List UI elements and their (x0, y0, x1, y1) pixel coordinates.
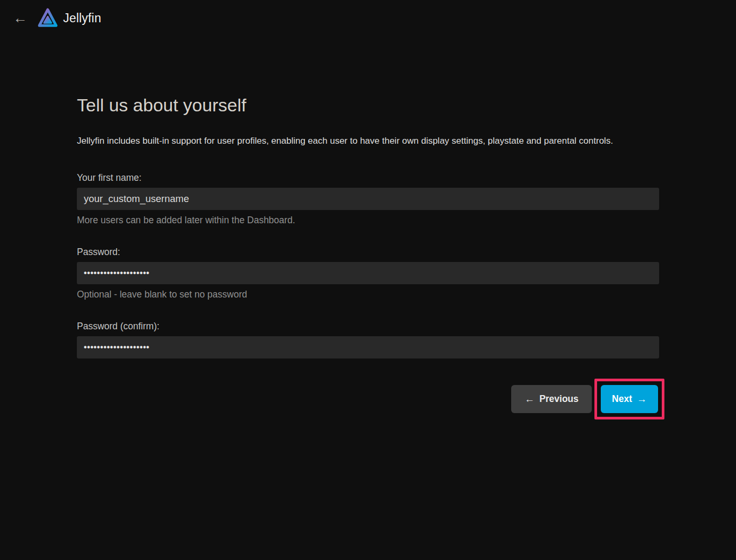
username-input[interactable] (77, 188, 659, 210)
arrow-left-icon: ← (524, 394, 535, 404)
password-field-group: Password: Optional - leave blank to set … (77, 246, 659, 300)
username-field-group: Your first name: More users can be added… (77, 172, 659, 226)
password-confirm-label: Password (confirm): (77, 320, 659, 332)
previous-button-label: Previous (539, 393, 579, 405)
app-title: Jellyfin (63, 11, 101, 25)
page-title: Tell us about yourself (77, 94, 659, 116)
back-button[interactable]: ← (8, 6, 32, 30)
password-label: Password: (77, 246, 659, 258)
app-header: ← Jellyfin (0, 0, 736, 36)
previous-button[interactable]: ← Previous (511, 385, 592, 413)
password-confirm-field-group: Password (confirm): (77, 320, 659, 358)
next-button-highlight-annotation: Next → (594, 379, 664, 419)
wizard-button-row: ← Previous Next → (77, 379, 659, 419)
password-confirm-input[interactable] (77, 336, 659, 358)
username-helper-text: More users can be added later within the… (77, 214, 659, 226)
wizard-user-page: Tell us about yourself Jellyfin includes… (77, 36, 659, 419)
next-button-label: Next (612, 393, 632, 405)
next-button[interactable]: Next → (601, 385, 658, 413)
brand: Jellyfin (37, 7, 101, 29)
page-description: Jellyfin includes built-in support for u… (77, 135, 659, 147)
password-input[interactable] (77, 262, 659, 284)
username-label: Your first name: (77, 172, 659, 183)
jellyfin-logo-icon (37, 7, 58, 29)
password-helper-text: Optional - leave blank to set no passwor… (77, 288, 659, 300)
arrow-left-icon: ← (13, 6, 28, 30)
arrow-right-icon: → (637, 394, 647, 404)
